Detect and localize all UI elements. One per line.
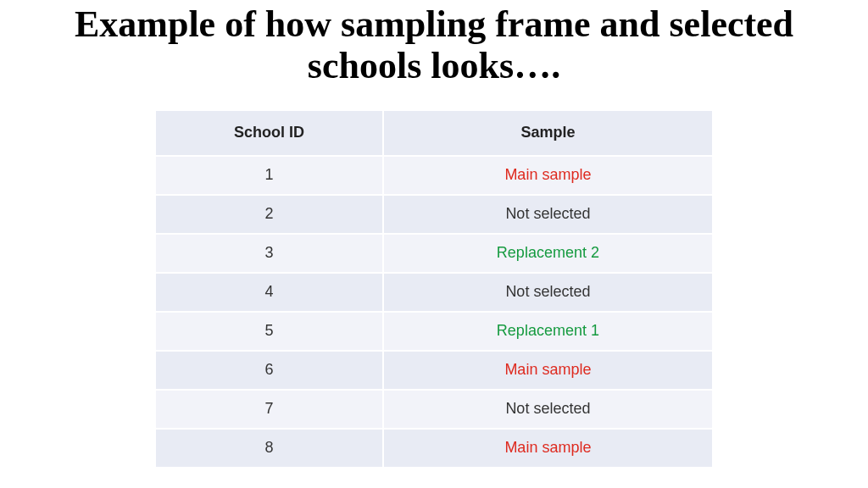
cell-school-id: 1 [155, 156, 383, 195]
cell-sample-status: Main sample [383, 351, 713, 390]
col-header-sample: Sample [383, 110, 713, 156]
table-header-row: School ID Sample [155, 110, 713, 156]
slide-title: Example of how sampling frame and select… [0, 0, 868, 87]
cell-school-id: 5 [155, 312, 383, 351]
cell-school-id: 2 [155, 195, 383, 234]
cell-sample-status: Main sample [383, 429, 713, 468]
cell-sample-status: Not selected [383, 195, 713, 234]
cell-sample-status: Not selected [383, 273, 713, 312]
cell-school-id: 7 [155, 390, 383, 429]
cell-school-id: 8 [155, 429, 383, 468]
cell-sample-status: Replacement 2 [383, 234, 713, 273]
col-header-school-id: School ID [155, 110, 383, 156]
cell-sample-status: Not selected [383, 390, 713, 429]
table-row: 4Not selected [155, 273, 713, 312]
table-row: 7Not selected [155, 390, 713, 429]
cell-school-id: 4 [155, 273, 383, 312]
table-row: 3Replacement 2 [155, 234, 713, 273]
table-row: 2Not selected [155, 195, 713, 234]
table-row: 6Main sample [155, 351, 713, 390]
cell-sample-status: Main sample [383, 156, 713, 195]
sampling-table: School ID Sample 1Main sample2Not select… [154, 109, 714, 469]
slide: Example of how sampling frame and select… [0, 0, 868, 488]
sampling-table-wrap: School ID Sample 1Main sample2Not select… [154, 109, 714, 469]
cell-sample-status: Replacement 1 [383, 312, 713, 351]
table-row: 5Replacement 1 [155, 312, 713, 351]
cell-school-id: 6 [155, 351, 383, 390]
table-row: 1Main sample [155, 156, 713, 195]
table-row: 8Main sample [155, 429, 713, 468]
cell-school-id: 3 [155, 234, 383, 273]
